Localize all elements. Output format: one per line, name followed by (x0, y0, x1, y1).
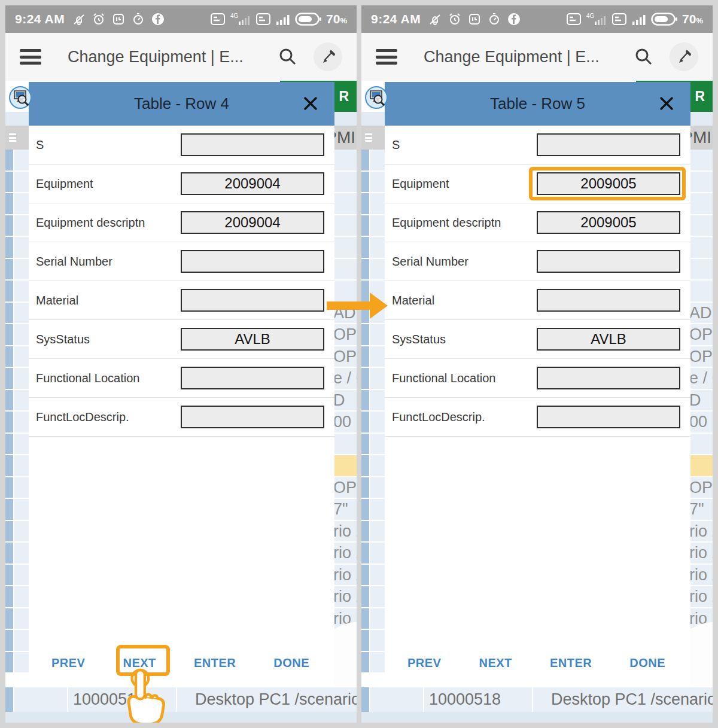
table-cell-fragment: rio 2 (333, 586, 357, 608)
serial-number-field[interactable] (181, 250, 324, 273)
brush-button[interactable] (670, 42, 698, 71)
app-bar-actions (634, 42, 698, 71)
equipment-description-cell: Desktop PC1 /scenario 2 (533, 690, 713, 709)
table-cell-fragment: OP (333, 324, 357, 346)
next-button[interactable]: NEXT (479, 656, 512, 670)
s-field[interactable] (537, 133, 680, 156)
prev-button[interactable]: PREV (407, 656, 441, 670)
search-icon[interactable] (278, 47, 298, 67)
equipment-description-field[interactable]: 2009004 (181, 211, 324, 234)
prev-button[interactable]: PREV (51, 656, 85, 670)
alarm-icon (448, 12, 462, 26)
menu-icon[interactable] (20, 49, 41, 65)
signal-4g-icon: 4G (586, 12, 607, 26)
bottom-strip (5, 712, 357, 723)
app-bar: Change Equipment | E... (5, 33, 357, 81)
volte-icon (611, 13, 627, 26)
table-cell-fragment (689, 193, 713, 215)
table-cell-fragment: AD E (689, 303, 713, 325)
table-cell-fragment (689, 215, 713, 237)
field-label: Material (392, 294, 537, 307)
form-row-s: S (385, 126, 690, 165)
equipment-description-field[interactable]: 2009005 (537, 211, 680, 234)
table-cell-fragment: OP (333, 477, 357, 499)
serial-number-field[interactable] (537, 250, 680, 273)
app-screen: R PMI AD EOPOPe / CD00OP7"rio 2rio 2rio … (361, 81, 713, 723)
field-label: Equipment (36, 177, 181, 191)
signal-bars-icon (632, 12, 646, 26)
form-row-equipment-description: Equipment descriptn 2009005 (385, 203, 690, 242)
timer-icon (487, 12, 501, 26)
status-left-icons (428, 12, 521, 26)
close-icon[interactable] (301, 94, 320, 113)
sysstatus-field[interactable]: AVLB (181, 328, 324, 351)
table-cell-fragment (689, 434, 713, 456)
table-cell-fragment: rio 2 (333, 543, 357, 565)
mute-icon (72, 12, 86, 26)
menu-icon[interactable] (376, 49, 397, 65)
table-cell-fragment: e / C (333, 368, 357, 390)
mute-icon (428, 12, 442, 26)
table-cell-fragment: rio 2 (689, 565, 713, 587)
screen-magnifier-icon (364, 86, 388, 109)
table-cell-fragment: OP (333, 346, 357, 368)
form-row-material: Material (385, 281, 690, 320)
enter-button[interactable]: ENTER (194, 656, 236, 670)
form-row-equipment: Equipment 2009004 (29, 165, 334, 203)
form-row-functional-location: Functional Location (29, 359, 334, 398)
table-cell-fragment (333, 259, 357, 281)
phone-screenshot: 9:24 AM 4G (361, 5, 713, 723)
functional-location-field[interactable] (181, 367, 324, 389)
form-row-equipment-description: Equipment descriptn 2009004 (29, 203, 334, 242)
battery-percent: 70% (682, 12, 703, 26)
form-row-material: Material (29, 281, 334, 320)
app-bar-actions (278, 42, 342, 71)
s-field[interactable] (181, 133, 324, 156)
close-icon[interactable] (657, 94, 676, 113)
background-table-row: 1000051 Desktop PC1 /scenario 2 (5, 686, 357, 712)
form-row-serial-number: Serial Number (29, 242, 334, 281)
app-badge-icon (467, 12, 482, 26)
screenshots-row: 9:24 AM 4G (5, 5, 713, 723)
done-button[interactable]: DONE (629, 656, 665, 670)
facebook-icon (151, 12, 165, 26)
status-bar: 9:24 AM 4G (361, 5, 713, 33)
material-field[interactable] (537, 289, 680, 312)
app-bar: Change Equipment | E... (361, 33, 713, 81)
material-field[interactable] (181, 289, 324, 312)
enter-button[interactable]: ENTER (550, 656, 592, 670)
dialog-actions: PREV NEXT ENTER DONE (385, 656, 690, 670)
functional-location-field[interactable] (537, 367, 680, 389)
table-cell-fragment: rio 2 (689, 586, 713, 608)
dialog-header: Table - Row 4 (29, 82, 334, 126)
form-row-functlocdescrip: FunctLocDescrip. (29, 398, 334, 437)
status-time: 9:24 AM (15, 12, 65, 26)
functlocdescrip-field[interactable] (537, 406, 680, 428)
table-cell (14, 687, 67, 712)
alarm-icon (92, 12, 106, 26)
functlocdescrip-field[interactable] (181, 406, 324, 428)
battery-percent: 70% (326, 12, 347, 26)
table-cell-fragment: rio 2 (689, 521, 713, 543)
done-button[interactable]: DONE (273, 656, 309, 670)
table-cell-fragment (333, 150, 357, 172)
table-menu-icon (9, 133, 16, 142)
field-label: FunctLocDescrip. (392, 410, 537, 424)
background-table-right-gutter: AD EOPOPe / CD00OP7"rio 2rio 2rio 2rio 2… (333, 150, 357, 674)
field-label: SysStatus (36, 333, 181, 346)
table-cell-fragment: OP (689, 324, 713, 346)
field-label: Equipment descriptn (392, 216, 537, 230)
battery-icon (651, 13, 677, 26)
equipment-id-cell: 10000518 (424, 690, 532, 709)
equipment-field[interactable]: 2009004 (181, 172, 324, 195)
table-row-dialog: Table - Row 5 S Equipment 2009005 Equipm… (385, 82, 690, 686)
table-cell-fragment (689, 455, 713, 477)
brush-button[interactable] (314, 42, 342, 71)
table-cell-fragment (689, 281, 713, 303)
table-cell (5, 687, 13, 712)
form-row-functional-location: Functional Location (385, 359, 690, 398)
search-icon[interactable] (634, 47, 654, 67)
sysstatus-field[interactable]: AVLB (537, 328, 680, 351)
volte-icon (566, 13, 582, 26)
field-label: S (392, 138, 537, 152)
